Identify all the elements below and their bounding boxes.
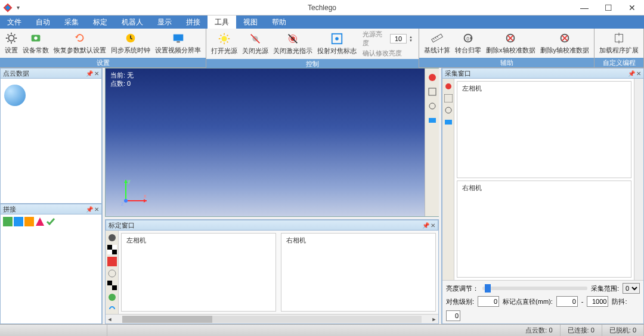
panel-close-icon[interactable]: ✕: [636, 70, 641, 77]
right-camera-label: 右相机: [286, 236, 306, 245]
marker-min-input[interactable]: [556, 296, 578, 307]
button-label: 关闭光源: [242, 46, 268, 55]
panel-close-icon[interactable]: ✕: [94, 70, 99, 77]
view-tool-2-icon[interactable]: [427, 86, 438, 97]
scroll-left-icon[interactable]: ◄: [106, 316, 114, 322]
svg-rect-49: [107, 245, 112, 250]
capture-left-camera[interactable]: 左相机: [457, 81, 631, 178]
axis-gizmo: x y z: [120, 177, 150, 207]
view-tool-4-icon[interactable]: [427, 115, 438, 126]
view3d[interactable]: 当前: 无 点数: 0 x y z: [105, 68, 439, 217]
calibration-right-camera[interactable]: 右相机: [281, 233, 436, 312]
brightness-confirm-button[interactable]: 确认修改亮度: [363, 49, 413, 58]
calib-tool-1-icon[interactable]: [107, 233, 117, 242]
stitch-tool-2-icon[interactable]: [14, 217, 23, 226]
stitch-tool-5-icon[interactable]: [46, 217, 55, 226]
pin-icon[interactable]: 📌: [628, 70, 635, 77]
view-tool-1-icon[interactable]: [427, 72, 438, 83]
quick-access-dropdown[interactable]: ▾: [17, 4, 20, 11]
calibration-header[interactable]: 标定窗口 📌✕: [106, 220, 438, 231]
status-offline: 已脱机: 0: [602, 325, 644, 336]
capture-right-camera[interactable]: 右相机: [457, 181, 631, 278]
calibration-h-scrollbar[interactable]: ◄ ►: [106, 314, 438, 323]
device-button[interactable]: 设备常数: [20, 32, 51, 55]
point-cloud-header[interactable]: 点云数据 📌✕: [0, 68, 102, 79]
menu-item-4[interactable]: 机器人: [114, 15, 150, 29]
menu-bar: 文件自动采集标定机器人显示拼接工具视图帮助: [0, 15, 644, 29]
view3d-status: 当前: 无 点数: 0: [110, 71, 134, 88]
focus-target-button[interactable]: 投射对焦标志: [315, 32, 359, 55]
menu-item-1[interactable]: 自动: [29, 15, 57, 29]
light-off-button[interactable]: 关闭光源: [240, 32, 271, 55]
minimize-button[interactable]: —: [572, 0, 596, 15]
calib-tool-2-icon[interactable]: [107, 245, 117, 254]
point-cloud-sphere[interactable]: [4, 85, 26, 106]
svg-point-2: [8, 35, 14, 41]
focus-level-input[interactable]: [478, 296, 499, 307]
button-label: 投射对焦标志: [317, 46, 357, 55]
brightness-input[interactable]: [390, 34, 407, 43]
gear-button[interactable]: 设置: [2, 32, 20, 55]
menu-item-9[interactable]: 帮助: [265, 15, 293, 29]
capture-header[interactable]: 采集窗口 📌✕: [442, 68, 644, 79]
capture-tool-1-icon[interactable]: [444, 82, 453, 91]
menu-item-2[interactable]: 采集: [57, 15, 86, 29]
button-label: 同步系统时钟: [111, 46, 150, 55]
menu-item-6[interactable]: 拼接: [179, 15, 208, 29]
restore-button[interactable]: 恢复参数默认设置: [51, 32, 109, 55]
svg-point-47: [109, 234, 116, 241]
capture-range-select[interactable]: 0: [623, 283, 640, 294]
scroll-right-icon[interactable]: ►: [430, 316, 438, 322]
close-button[interactable]: ✕: [620, 0, 644, 15]
pin-icon[interactable]: 📌: [422, 222, 429, 229]
stitch-tool-4-icon[interactable]: [35, 217, 45, 226]
menu-item-7[interactable]: 工具: [208, 15, 236, 29]
monitor-button[interactable]: 设置视频分辨率: [153, 32, 203, 55]
calib-tool-3-icon[interactable]: [107, 257, 117, 266]
ribbon-group-label: 设置: [0, 58, 206, 67]
menu-item-8[interactable]: 视图: [236, 15, 265, 29]
stitch-panel: 拼接 📌✕: [0, 204, 102, 324]
brightness-slider[interactable]: [482, 287, 587, 290]
panel-close-icon[interactable]: ✕: [431, 222, 435, 229]
calib-tool-7-icon[interactable]: [107, 304, 117, 314]
plugin-button[interactable]: 加载程序扩展: [597, 32, 641, 55]
status-connected: 已连接: 0: [561, 325, 602, 336]
svg-rect-44: [429, 88, 436, 95]
rotate-zero-button[interactable]: 0转台归零: [453, 32, 484, 55]
calib-tool-5-icon[interactable]: [107, 281, 117, 290]
capture-tool-2-icon[interactable]: [444, 94, 453, 102]
capture-tool-4-icon[interactable]: [444, 118, 453, 126]
view-tool-3-icon[interactable]: [427, 101, 438, 111]
calib-tool-6-icon[interactable]: [107, 293, 117, 302]
clock-button[interactable]: 同步系统时钟: [109, 32, 153, 55]
svg-rect-33: [24, 217, 34, 226]
pin-icon[interactable]: 📌: [86, 70, 93, 77]
maximize-button[interactable]: ☐: [596, 0, 620, 15]
light-on-button[interactable]: 打开光源: [209, 32, 240, 55]
left-camera-label: 左相机: [126, 236, 146, 245]
panel-close-icon[interactable]: ✕: [94, 206, 99, 213]
calib-tool-4-icon[interactable]: [107, 269, 117, 278]
svg-text:x: x: [144, 193, 147, 199]
menu-item-3[interactable]: 标定: [86, 15, 114, 29]
anti-shake-input[interactable]: [446, 310, 460, 321]
delete-x-cal-button[interactable]: 删除x轴校准数据: [484, 32, 538, 55]
pin-icon[interactable]: 📌: [86, 206, 93, 213]
delete-y-cal-button[interactable]: 删除y轴校准数据: [538, 32, 592, 55]
marker-max-input[interactable]: [587, 296, 608, 307]
calibration-left-camera[interactable]: 左相机: [121, 233, 276, 312]
button-label: 恢复参数默认设置: [54, 46, 106, 55]
stitch-tool-1-icon[interactable]: [3, 217, 13, 226]
svg-point-4: [34, 36, 38, 40]
laser-off-button[interactable]: 关闭激光指示: [271, 32, 315, 55]
ruler-button[interactable]: 基线计算: [422, 32, 453, 55]
capture-v-scrollbar[interactable]: [634, 79, 643, 280]
spinner-down-icon[interactable]: ▼: [409, 39, 413, 42]
stitch-header[interactable]: 拼接 📌✕: [0, 204, 102, 214]
menu-item-5[interactable]: 显示: [150, 15, 179, 29]
svg-text:0: 0: [466, 36, 469, 42]
menu-item-0[interactable]: 文件: [0, 15, 29, 29]
stitch-tool-3-icon[interactable]: [24, 217, 34, 226]
capture-tool-3-icon[interactable]: [444, 106, 453, 114]
